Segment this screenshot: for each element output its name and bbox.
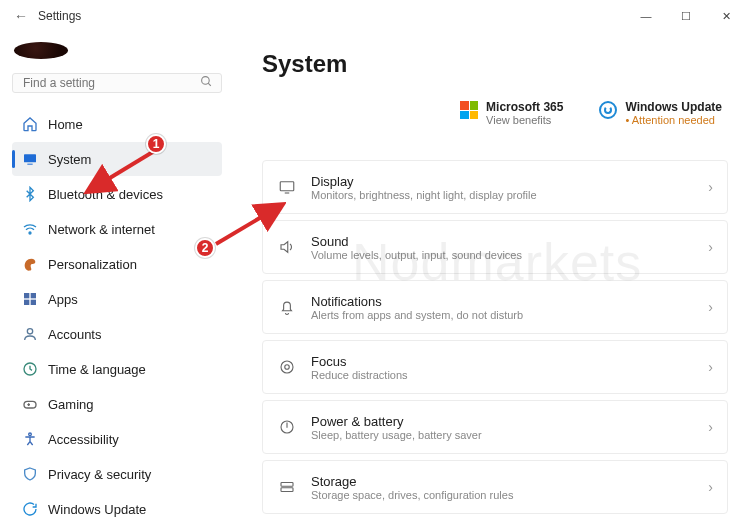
gaming-icon [22, 396, 38, 412]
svg-rect-8 [31, 300, 36, 305]
search-input[interactable] [21, 75, 200, 91]
search-box[interactable] [12, 73, 222, 93]
card-sub: Volume levels, output, input, sound devi… [311, 249, 694, 261]
chevron-right-icon: › [708, 179, 713, 195]
window-minimize-button[interactable]: — [626, 2, 666, 30]
page-title: System [262, 50, 728, 78]
top-card-sub: View benefits [486, 114, 563, 126]
sidebar-item-apps[interactable]: Apps [12, 282, 222, 316]
chevron-right-icon: › [708, 359, 713, 375]
card-title: Display [311, 174, 694, 189]
svg-rect-6 [31, 293, 36, 298]
sidebar-item-accounts[interactable]: Accounts [12, 317, 222, 351]
sidebar-item-home[interactable]: Home [12, 107, 222, 141]
clock-icon [22, 361, 38, 377]
sidebar-item-time-language[interactable]: Time & language [12, 352, 222, 386]
sidebar-item-system[interactable]: System [12, 142, 222, 176]
apps-icon [22, 291, 38, 307]
sidebar-item-label: System [48, 152, 91, 167]
card-power[interactable]: Power & batterySleep, battery usage, bat… [262, 400, 728, 454]
sidebar-item-label: Gaming [48, 397, 94, 412]
annotation-callout-1: 1 [146, 134, 166, 154]
svg-line-1 [208, 83, 211, 86]
card-sub: Monitors, brightness, night light, displ… [311, 189, 694, 201]
sidebar-item-label: Apps [48, 292, 78, 307]
sidebar-item-label: Network & internet [48, 222, 155, 237]
power-icon [277, 418, 297, 436]
paint-icon [22, 256, 38, 272]
svg-rect-3 [27, 164, 32, 165]
svg-point-9 [27, 329, 32, 334]
bell-icon [277, 298, 297, 316]
display-icon [277, 178, 297, 196]
microsoft-logo-icon [460, 101, 478, 119]
windows-update-icon [599, 101, 617, 119]
search-icon [200, 74, 213, 92]
sidebar-item-label: Bluetooth & devices [48, 187, 163, 202]
sidebar-item-gaming[interactable]: Gaming [12, 387, 222, 421]
sidebar-item-network[interactable]: Network & internet [12, 212, 222, 246]
sidebar-item-windows-update[interactable]: Windows Update [12, 492, 222, 526]
settings-list: DisplayMonitors, brightness, night light… [262, 160, 728, 514]
sidebar-item-label: Home [48, 117, 83, 132]
svg-rect-5 [24, 293, 29, 298]
card-display[interactable]: DisplayMonitors, brightness, night light… [262, 160, 728, 214]
sidebar-item-label: Privacy & security [48, 467, 151, 482]
sidebar-item-label: Accounts [48, 327, 101, 342]
storage-icon [277, 478, 297, 496]
window-title: Settings [38, 9, 81, 23]
accessibility-icon [22, 431, 38, 447]
chevron-right-icon: › [708, 299, 713, 315]
window-maximize-button[interactable]: ☐ [666, 2, 706, 30]
card-title: Storage [311, 474, 694, 489]
annotation-callout-2: 2 [195, 238, 215, 258]
card-sub: Sleep, battery usage, battery saver [311, 429, 694, 441]
top-card-sub: • Attention needed [625, 114, 722, 126]
svg-rect-2 [24, 154, 36, 162]
sound-icon [277, 238, 297, 256]
sidebar-item-label: Personalization [48, 257, 137, 272]
top-card-title: Microsoft 365 [486, 100, 563, 114]
system-icon [22, 151, 38, 167]
update-icon [22, 501, 38, 517]
sidebar-item-label: Windows Update [48, 502, 146, 517]
svg-point-4 [29, 232, 31, 234]
card-focus[interactable]: FocusReduce distractions › [262, 340, 728, 394]
card-notifications[interactable]: NotificationsAlerts from apps and system… [262, 280, 728, 334]
chevron-right-icon: › [708, 479, 713, 495]
svg-rect-7 [24, 300, 29, 305]
wifi-icon [22, 221, 38, 237]
user-avatar[interactable] [14, 42, 68, 59]
card-title: Notifications [311, 294, 694, 309]
sidebar-item-label: Time & language [48, 362, 146, 377]
svg-point-14 [281, 361, 293, 373]
main-content: Nodmarkets System Microsoft 365 View ben… [232, 32, 750, 526]
top-card-ms365[interactable]: Microsoft 365 View benefits [460, 100, 563, 126]
sidebar-item-bluetooth[interactable]: Bluetooth & devices [12, 177, 222, 211]
top-card-title: Windows Update [625, 100, 722, 114]
svg-rect-13 [280, 182, 294, 191]
person-icon [22, 326, 38, 342]
chevron-right-icon: › [708, 239, 713, 255]
card-title: Sound [311, 234, 694, 249]
card-title: Power & battery [311, 414, 694, 429]
chevron-right-icon: › [708, 419, 713, 435]
home-icon [22, 116, 38, 132]
shield-icon [22, 466, 38, 482]
svg-rect-18 [281, 488, 293, 492]
sidebar-item-accessibility[interactable]: Accessibility [12, 422, 222, 456]
window-close-button[interactable]: ✕ [706, 2, 746, 30]
card-sub: Reduce distractions [311, 369, 694, 381]
back-button[interactable]: ← [14, 8, 28, 24]
svg-point-12 [29, 433, 32, 436]
card-storage[interactable]: StorageStorage space, drives, configurat… [262, 460, 728, 514]
card-sound[interactable]: SoundVolume levels, output, input, sound… [262, 220, 728, 274]
sidebar-item-label: Accessibility [48, 432, 119, 447]
card-title: Focus [311, 354, 694, 369]
focus-icon [277, 358, 297, 376]
top-card-windows-update[interactable]: Windows Update • Attention needed [599, 100, 722, 126]
sidebar-nav: Home System Bluetooth & devices Network … [12, 107, 222, 526]
svg-point-15 [285, 365, 290, 370]
sidebar-item-personalization[interactable]: Personalization [12, 247, 222, 281]
sidebar-item-privacy[interactable]: Privacy & security [12, 457, 222, 491]
